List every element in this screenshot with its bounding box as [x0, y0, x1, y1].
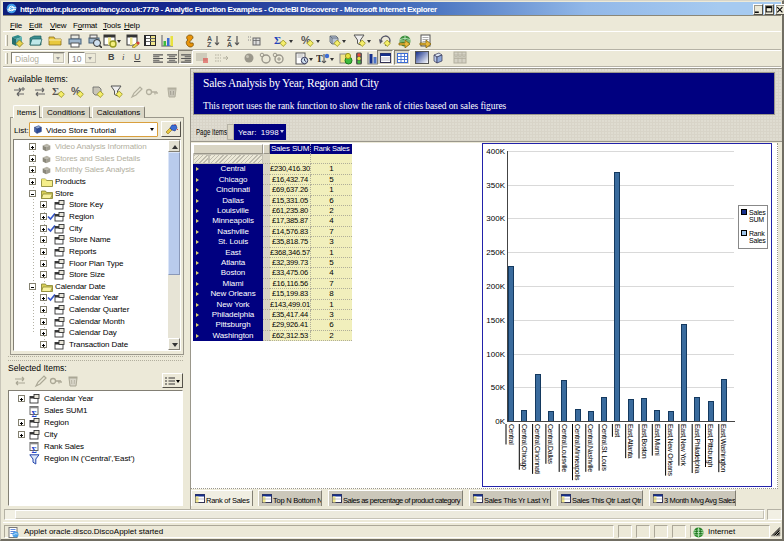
svg-text:A: A: [227, 41, 232, 48]
svg-text:Σ: Σ: [274, 34, 281, 46]
svg-text:Σ: Σ: [52, 85, 59, 97]
svg-text:Σ: Σ: [32, 446, 37, 454]
svg-text:Σ: Σ: [32, 410, 37, 418]
svg-text:T: T: [316, 53, 323, 64]
svg-text:Z: Z: [207, 41, 212, 48]
